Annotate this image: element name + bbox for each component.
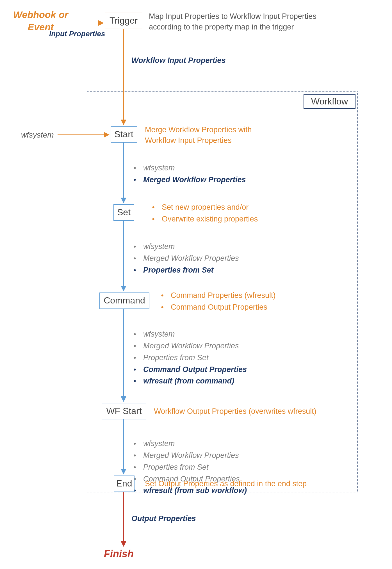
trigger-desc: Map Input Properties to Workflow Input P… xyxy=(149,11,329,33)
side-note-row: •Command Output Properties xyxy=(154,301,276,313)
prop-text: wfresult (from command) xyxy=(143,375,234,387)
command-node: Command xyxy=(99,293,149,309)
prop-text: wfsystem xyxy=(143,438,175,450)
prop-text: Properties from Set xyxy=(143,461,209,473)
prop-text: Merged Workflow Properties xyxy=(143,340,239,352)
bullet-icon: • xyxy=(145,213,162,225)
side-note-row: •Overwrite existing properties xyxy=(145,213,258,225)
bullet-icon: • xyxy=(126,375,143,387)
prop-text: Command Output Properties xyxy=(143,364,247,376)
bullet-icon: • xyxy=(126,162,143,173)
prop-row: •Merged Workflow Properties xyxy=(126,174,246,186)
prop-text: Properties from Set xyxy=(143,352,209,364)
wfsystem-label: wfsystem xyxy=(21,131,54,140)
bullet-icon: • xyxy=(126,328,143,340)
end-desc: Set Output Properties as defined in the … xyxy=(145,479,307,488)
workflow-input-props-label: Workflow Input Properties xyxy=(131,56,226,65)
diagram-canvas: Workflow Webhook or Event Input Properti… xyxy=(0,0,392,569)
prop-text: Merged Workflow Properties xyxy=(143,174,246,186)
bullet-icon: • xyxy=(126,340,143,351)
prop-row: •Properties from Set xyxy=(126,461,247,473)
wfstart-node: WF Start xyxy=(102,403,146,419)
prop-text: wfsystem xyxy=(143,328,175,340)
prop-row: •wfsystem xyxy=(126,328,247,340)
side-note-row: •Set new properties and/or xyxy=(145,202,258,213)
output-properties-label: Output Properties xyxy=(131,514,196,523)
bullet-icon: • xyxy=(126,253,143,264)
prop-text: wfsystem xyxy=(143,162,175,174)
side-note-text: Set new properties and/or xyxy=(162,202,249,213)
after-start-props: •wfsystem•Merged Workflow Properties xyxy=(126,162,246,186)
wfstart-desc: Workflow Output Properties (overwrites w… xyxy=(154,407,316,416)
command-node-label: Command xyxy=(104,296,145,305)
workflow-container-label: Workflow xyxy=(304,94,355,109)
finish-label: Finish xyxy=(104,548,134,560)
bullet-icon: • xyxy=(126,174,143,185)
start-node-label: Start xyxy=(114,129,133,139)
input-properties-label: Input Properties xyxy=(49,29,105,38)
prop-row: •Properties from Set xyxy=(126,352,247,364)
side-note-row: •Command Properties (wfresult) xyxy=(154,290,276,301)
start-desc: Merge Workflow Properties with Workflow … xyxy=(145,125,274,146)
prop-row: •wfsystem xyxy=(126,162,246,174)
bullet-icon: • xyxy=(154,301,171,313)
trigger-node-label: Trigger xyxy=(110,16,138,26)
bullet-icon: • xyxy=(154,290,171,301)
after-set-props: •wfsystem•Merged Workflow Properties•Pro… xyxy=(126,241,239,276)
bullet-icon: • xyxy=(126,364,143,375)
prop-text: Merged Workflow Properties xyxy=(143,253,239,264)
bullet-icon: • xyxy=(145,202,162,213)
side-note-text: Command Properties (wfresult) xyxy=(171,290,276,301)
command-desc: •Command Properties (wfresult)•Command O… xyxy=(154,290,276,313)
set-node-label: Set xyxy=(117,207,131,217)
set-node: Set xyxy=(113,204,134,221)
prop-row: •Command Output Properties xyxy=(126,364,247,376)
end-node: End xyxy=(114,476,135,492)
end-node-label: End xyxy=(116,479,132,488)
start-node: Start xyxy=(111,126,137,143)
bullet-icon: • xyxy=(126,241,143,252)
side-note-text: Overwrite existing properties xyxy=(162,213,258,225)
bullet-icon: • xyxy=(126,352,143,363)
prop-row: •Properties from Set xyxy=(126,264,239,276)
prop-text: Merged Workflow Properties xyxy=(143,450,239,461)
prop-text: Properties from Set xyxy=(143,264,214,276)
bullet-icon: • xyxy=(126,461,143,473)
bullet-icon: • xyxy=(126,438,143,449)
side-note-text: Command Output Properties xyxy=(171,301,267,313)
after-command-props: •wfsystem•Merged Workflow Properties•Pro… xyxy=(126,328,247,387)
prop-row: •wfsystem xyxy=(126,438,247,450)
bullet-icon: • xyxy=(126,450,143,461)
prop-text: wfsystem xyxy=(143,241,175,253)
prop-row: •wfresult (from command) xyxy=(126,375,247,387)
prop-row: •wfsystem xyxy=(126,241,239,253)
set-desc: •Set new properties and/or•Overwrite exi… xyxy=(145,202,258,225)
bullet-icon: • xyxy=(126,264,143,276)
prop-row: •Merged Workflow Properties xyxy=(126,340,247,352)
trigger-node: Trigger xyxy=(105,13,142,29)
wfstart-node-label: WF Start xyxy=(106,406,142,416)
prop-row: •Merged Workflow Properties xyxy=(126,450,247,461)
prop-row: •Merged Workflow Properties xyxy=(126,253,239,264)
